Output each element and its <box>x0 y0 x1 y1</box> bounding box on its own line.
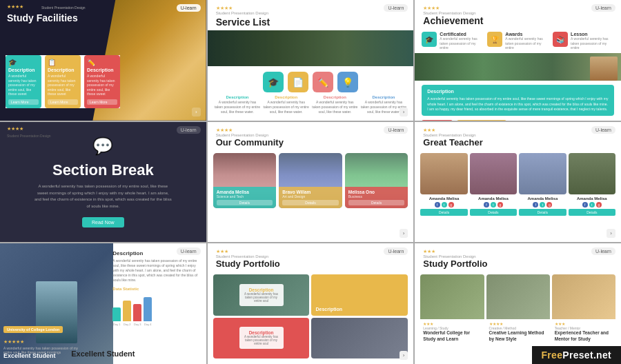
nav-arrow-6[interactable]: › <box>607 229 615 238</box>
person-info-2: Bravo Willam Art and Design Details <box>279 187 342 208</box>
stars-5: ★★★★ <box>216 128 406 133</box>
ach-text-2: Awards A wonderful serenity has taken po… <box>505 32 549 50</box>
fb-icon-4: f <box>582 202 588 208</box>
learn-btn-achievement[interactable]: Learn Now <box>422 120 453 121</box>
detail-teacher-1[interactable]: Details <box>420 209 467 216</box>
port-desc-box-1: Description A wonderful serenity has tak… <box>239 284 284 306</box>
desc-title-2: Description <box>263 95 309 99</box>
svc-icon-3: ✏️ <box>313 72 333 92</box>
ach-item-3: 📚 Lesson A wonderful serenity has taken … <box>553 32 614 50</box>
port-item-3: Description A wonderful serenity has tak… <box>213 318 310 358</box>
ulearn-1: U-learn <box>177 4 201 12</box>
ach-icon-3: 📚 <box>553 32 568 47</box>
person-name-3: Melissa Ono <box>348 190 405 194</box>
person-card-3: Melissa Ono Business Details <box>345 153 408 208</box>
section-break-title: Section Break <box>52 161 154 179</box>
port-label-2: Description <box>315 307 342 312</box>
teacher-name-1: Amanda Melisa <box>420 196 467 201</box>
teacher-img-2 <box>470 153 517 194</box>
yt-icon-4: g <box>596 202 602 208</box>
port-footer-1: ★★★ Learning / Study Wonderful College f… <box>420 319 484 344</box>
learn-btn-yellow[interactable]: Learn More <box>48 99 78 105</box>
ach-icon-2: 🏆 <box>487 32 502 47</box>
nav-arrow-8[interactable]: › <box>400 351 408 360</box>
detail-btn-1[interactable]: Details <box>217 200 273 205</box>
bar-label-3: Day 3 <box>133 323 141 326</box>
card-text-red: A wonderful serenity has taken possessio… <box>87 74 117 97</box>
social-row-3: f t g <box>519 202 566 208</box>
bar-2 <box>123 301 131 321</box>
portfolio-grid: Description A wonderful serenity has tak… <box>208 272 414 361</box>
stars-9: ★★★ <box>423 249 613 254</box>
ach-text-3: Lesson A wonderful serenity has taken po… <box>571 32 614 50</box>
port-footer-3: ★★★ Teacher / Mentor Experienced Teacher… <box>552 319 615 344</box>
cell9-title: Study Portfolio <box>423 259 613 269</box>
card-title-yellow: Description <box>48 68 78 72</box>
bar-label-1: Day 1 <box>112 323 121 326</box>
people-row: Amanda Melisa Science and Tech Details B… <box>208 150 414 211</box>
ulearn-9: U-learn <box>591 247 615 255</box>
teacher-img-4 <box>569 153 615 194</box>
cell-excellent-student: University of College London ★★★★★ A won… <box>0 243 206 364</box>
bar-label-4: Day 4 <box>144 323 152 326</box>
pf-stars-2: ★★★★ <box>489 321 547 326</box>
detail-btn-3[interactable]: Details <box>348 200 405 205</box>
card-title-teal: Description <box>8 68 39 72</box>
ulearn-7: U-learn <box>177 247 201 255</box>
desc-title-4: Description <box>361 95 407 99</box>
detail-teacher-2[interactable]: Details <box>470 209 517 216</box>
ulearn-6: U-learn <box>591 126 615 134</box>
port-card-2: ★★★★ Creative / Method Creative Learning… <box>486 274 550 344</box>
desc-text-3: A wonderful serenity has taken possessio… <box>312 100 358 114</box>
university-badge: University of College London <box>3 326 63 333</box>
nav-arrow-1[interactable]: › <box>192 108 201 117</box>
cell3-title: Achievement <box>423 15 613 26</box>
teacher-name-3: Amanda Melisa <box>519 196 566 201</box>
p9-img-3 <box>552 274 615 319</box>
bar-3 <box>133 304 141 321</box>
detail-teacher-4[interactable]: Details <box>569 209 615 216</box>
card-title-red: Description <box>87 68 117 72</box>
learn-btn-red[interactable]: Learn More <box>87 99 117 105</box>
service-header: ★★★★ Student Presentation Design Service… <box>208 0 414 30</box>
desc-title-3: Description <box>312 95 358 99</box>
subtitle-1: Student Presentation Design <box>41 6 86 10</box>
read-btn[interactable]: Read Now <box>82 217 124 228</box>
ulearn-4: U-learn <box>177 126 201 134</box>
detail-btn-2[interactable]: Details <box>282 200 339 205</box>
achievement-desc: Description A wonderful serenity has tak… <box>422 85 614 116</box>
teacher-name-4: Amanda Melisa <box>569 196 615 201</box>
right-panel: Description A wonderful serenity has tak… <box>107 243 206 364</box>
ach-text-1: Certificated A wonderful serenity has ta… <box>440 32 483 50</box>
ach-item-2: 🏆 Awards A wonderful serenity has taken … <box>487 32 549 50</box>
teacher-img-1 <box>420 153 467 194</box>
yt-icon-3: g <box>546 202 552 208</box>
card-text-yellow: A wonderful serenity has taken possessio… <box>48 74 78 97</box>
social-row-2: f t g <box>470 202 517 208</box>
bar-1 <box>112 307 121 321</box>
stars-1: ★★★★ <box>7 4 23 10</box>
nav-arrow-2[interactable]: › <box>400 108 408 117</box>
bar-4 <box>144 297 152 321</box>
learn-btn-teal[interactable]: Learn More <box>8 99 39 105</box>
card-icon-teal: 🎓 <box>8 59 39 66</box>
student-figure <box>36 281 77 343</box>
cell-section-break: ★★★★ Student Presentation Design 💬 Secti… <box>0 122 206 243</box>
bar-chart <box>112 294 200 321</box>
ulearn-5: U-learn <box>384 126 408 134</box>
stars-6: ★★★ <box>423 128 613 133</box>
achievement-header: ★★★★ Student Presentation Design Achieve… <box>415 0 621 29</box>
person-name-1: Amanda Melisa <box>217 190 273 194</box>
cell6-title: Great Teacher <box>423 137 613 148</box>
nav-arrow-5[interactable]: › <box>400 229 408 238</box>
achievement-desc-title: Description <box>427 88 609 96</box>
info-btn-achievement[interactable]: For mor Informations <box>457 120 506 121</box>
teachers-row: Amanda Melisa f t g Details Amanda Melis… <box>415 150 621 219</box>
desc-3: Description A wonderful serenity has tak… <box>312 95 358 114</box>
social-row-1: f t g <box>420 202 467 208</box>
detail-teacher-3[interactable]: Details <box>519 209 566 216</box>
fb-icon-3: f <box>533 202 538 208</box>
yt-icon-1: g <box>448 202 454 208</box>
stars-4: ★★★★ <box>7 126 23 132</box>
ach-title-1: Certificated <box>440 32 483 37</box>
